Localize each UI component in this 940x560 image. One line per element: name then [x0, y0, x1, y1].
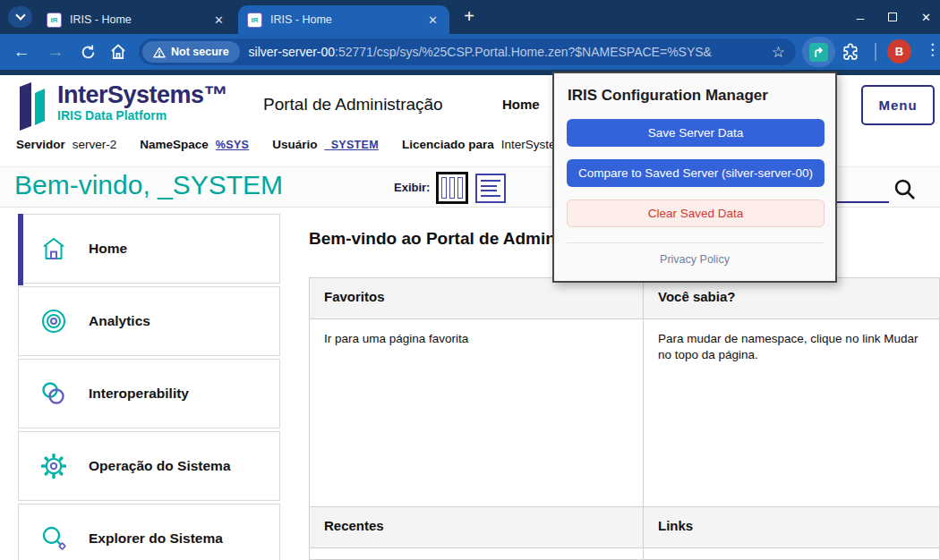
nav-home-link[interactable]: Home	[502, 97, 540, 112]
back-button[interactable]: ←	[7, 34, 36, 70]
sidebar-item-system-explorer[interactable]: Explorer do Sistema	[18, 504, 280, 560]
not-secure-chip[interactable]: Not secure	[142, 41, 240, 63]
browser-menu-button[interactable]: ⋮	[925, 40, 937, 59]
chevron-down-icon	[15, 10, 25, 20]
table-header-row: Favoritos Você sabia?	[310, 278, 939, 319]
sidebar-item-system-operation[interactable]: Operação do Sistema	[18, 431, 280, 501]
popup-divider	[567, 242, 825, 243]
reload-icon	[80, 44, 97, 61]
maximize-button[interactable]	[888, 13, 897, 21]
server-info-row: Servidor server-2 NameSpace %SYS Usuário…	[16, 138, 571, 151]
didyouknow-text: Para mudar de namespace, clique no link …	[643, 319, 939, 507]
browser-titlebar: IR IRIS - Home ✕ IR IRIS - Home ✕ + – ✕	[0, 0, 940, 34]
browser-tab-2-active[interactable]: IR IRIS - Home ✕	[238, 5, 449, 34]
minimize-button[interactable]: –	[857, 10, 864, 25]
profile-avatar[interactable]: B	[887, 39, 911, 64]
user-link[interactable]: _SYSTEM	[324, 139, 378, 151]
home-icon	[109, 43, 127, 61]
sidebar-item-home[interactable]: Home	[18, 214, 280, 284]
sidebar-item-interoperability[interactable]: Interoperability	[18, 359, 280, 428]
list-view-button[interactable]	[475, 174, 506, 203]
namespace-label: NameSpace	[140, 138, 209, 151]
tab-title: IRIS - Home	[270, 13, 425, 26]
close-tab-icon[interactable]: ✕	[211, 13, 226, 27]
extension-popup: IRIS Configuration Manager Save Server D…	[552, 72, 837, 283]
favorites-header: Favoritos	[310, 278, 643, 318]
reload-button[interactable]	[73, 34, 102, 70]
dashboard-grid: Favoritos Você sabia? Ir para uma página…	[309, 277, 940, 560]
privacy-policy-link[interactable]: Privacy Policy	[554, 253, 835, 266]
address-bar[interactable]: Not secure silver-server-00:52771/csp/sy…	[139, 38, 796, 65]
url-path: :52771/csp/sys/%25CSP.Portal.Home.zen?$N…	[335, 45, 712, 59]
server-value: server-2	[73, 138, 117, 151]
view-label: Exibir:	[394, 181, 430, 194]
server-info-license: Licenciado para InterSystems	[402, 138, 572, 151]
server-label: Servidor	[16, 138, 65, 151]
table-row: Ir para uma página favorita Para mudar d…	[310, 319, 939, 507]
gear-icon	[38, 451, 69, 481]
brand-platform: IRIS Data Platform	[57, 108, 227, 123]
bookmark-star-icon[interactable]: ☆	[772, 43, 785, 62]
active-indicator	[18, 214, 23, 285]
not-secure-label: Not secure	[171, 46, 229, 58]
server-info-server: Servidor server-2	[16, 138, 116, 151]
menu-button[interactable]: Menu	[861, 85, 935, 125]
home-button[interactable]	[104, 34, 132, 70]
tab-search-button[interactable]	[8, 6, 32, 28]
brand-name: InterSystems™	[57, 82, 227, 107]
server-info-user: Usuário _SYSTEM	[272, 138, 379, 151]
didyouknow-header: Você sabia?	[643, 278, 939, 318]
columns-view-button[interactable]	[436, 172, 468, 204]
clear-saved-data-button[interactable]: Clear Saved Data	[567, 199, 825, 227]
extensions-button[interactable]	[841, 42, 860, 65]
compare-server-button[interactable]: Compare to Saved Server (silver-server-0…	[567, 159, 825, 187]
sidebar: Home Analytics Interoperability	[18, 214, 280, 560]
links-header: Links	[643, 507, 939, 547]
toolbar-divider	[875, 43, 876, 61]
popup-title: IRIS Configuration Manager	[568, 87, 768, 105]
search-icon	[893, 177, 917, 201]
iris-favicon: IR	[247, 13, 262, 28]
intersystems-logo: InterSystems™ IRIS Data Platform	[20, 82, 227, 131]
sidebar-item-label: Interoperability	[89, 386, 189, 402]
sidebar-item-label: Home	[89, 241, 127, 257]
favorites-text[interactable]: Ir para uma página favorita	[310, 319, 643, 507]
url-host: silver-server-00	[249, 45, 335, 59]
new-tab-button[interactable]: +	[458, 4, 480, 28]
window-controls: – ✕	[857, 0, 931, 34]
close-tab-icon[interactable]: ✕	[425, 13, 440, 27]
user-label: Usuário	[272, 138, 317, 151]
forward-button[interactable]: →	[41, 34, 70, 70]
puzzle-icon	[841, 42, 860, 62]
browser-tab-1[interactable]: IR IRIS - Home ✕	[38, 5, 235, 34]
save-server-data-button[interactable]: Save Server Data	[567, 119, 825, 147]
page-title: Portal de Administração	[263, 95, 443, 115]
tab-title: IRIS - Home	[70, 13, 211, 26]
sidebar-item-analytics[interactable]: Analytics	[18, 286, 280, 356]
magnifier-icon	[38, 523, 69, 554]
iris-favicon: IR	[47, 13, 62, 28]
intersystems-logo-mark	[20, 82, 48, 131]
home-icon	[38, 233, 69, 264]
table-header-row: Recentes Links	[310, 507, 939, 548]
license-label: Licenciado para	[402, 138, 494, 151]
server-info-namespace: NameSpace %SYS	[140, 138, 249, 151]
namespace-link[interactable]: %SYS	[216, 139, 249, 151]
sidebar-item-label: Explorer do Sistema	[89, 530, 223, 547]
recents-header: Recentes	[310, 507, 643, 547]
table-row	[310, 548, 939, 560]
sidebar-item-label: Operação do Sistema	[89, 458, 231, 474]
search-button[interactable]	[893, 177, 917, 205]
url-text[interactable]: silver-server-00:52771/csp/sys/%25CSP.Po…	[249, 45, 772, 59]
iris-extension-icon	[809, 43, 828, 62]
recents-cell	[310, 548, 643, 560]
interoperability-icon	[38, 378, 69, 409]
warning-triangle-icon	[153, 47, 166, 58]
close-window-button[interactable]: ✕	[921, 11, 931, 24]
sidebar-item-label: Analytics	[89, 313, 150, 329]
links-cell	[643, 548, 939, 560]
analytics-icon	[38, 306, 69, 336]
iris-extension-button[interactable]	[802, 37, 835, 67]
welcome-heading: Bem-vindo, _SYSTEM	[14, 170, 283, 200]
